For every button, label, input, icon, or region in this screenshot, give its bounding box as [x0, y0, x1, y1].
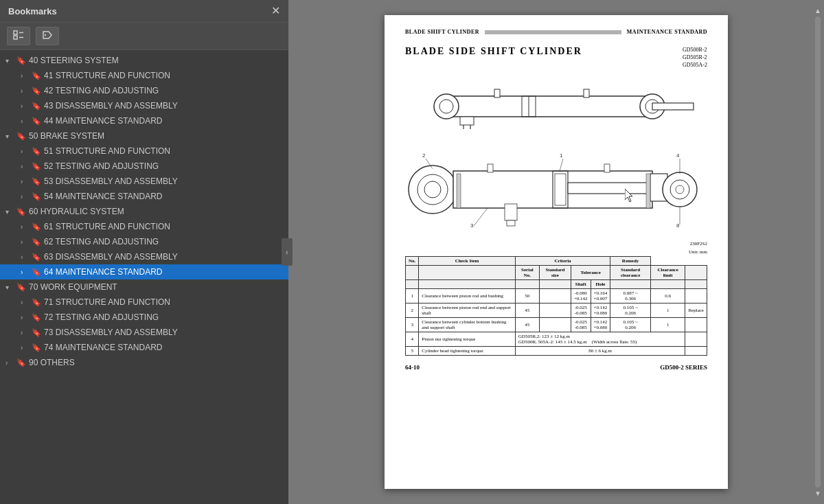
toggle-70[interactable]	[5, 284, 15, 291]
toggle-72[interactable]	[21, 314, 30, 321]
item-71[interactable]: 🔖 71 STRUCTURE AND FUNCTION	[0, 295, 288, 310]
svg-rect-16	[494, 89, 500, 98]
toggle-42[interactable]	[21, 87, 30, 95]
scrollbar-right[interactable]: ▲ ▼	[814, 7, 821, 497]
item-52-label: 52 TESTING AND ADJUSTING	[44, 161, 159, 171]
section-90[interactable]: 🔖 90 OTHERS	[0, 355, 288, 370]
toggle-62[interactable]	[21, 238, 30, 246]
title-area: BLADE SIDE SHIFT CYLINDER GD500R-2 GD505…	[405, 46, 707, 69]
toggle-73[interactable]	[21, 329, 30, 336]
close-button[interactable]: ✕	[271, 5, 280, 16]
cylinder-bottom-svg: 2 1 4 3 8	[405, 145, 707, 233]
cell-cllimit-2: 1	[650, 303, 685, 317]
toggle-63[interactable]	[21, 253, 30, 261]
cylinder-top-svg	[405, 82, 707, 130]
table-row: 2 Clearance between piston rod end and s…	[406, 303, 707, 317]
bookmark-icon-74: 🔖	[32, 343, 41, 352]
col-criteria: Criteria	[515, 256, 610, 265]
bookmark-icon-71: 🔖	[32, 298, 41, 307]
table-row: 1 Clearance between piston rod and bushi…	[406, 288, 707, 303]
item-43[interactable]: 🔖 43 DISASSEMBLY AND ASSEMBLY	[0, 98, 288, 113]
bookmarks-header: Bookmarks ✕	[0, 0, 288, 23]
svg-rect-31	[457, 174, 461, 208]
col-tolerance: Tolerance	[571, 265, 610, 279]
col-stdsize3	[539, 279, 571, 288]
item-51[interactable]: 🔖 51 STRUCTURE AND FUNCTION	[0, 144, 288, 159]
bookmark-icon-52: 🔖	[32, 162, 41, 171]
bookmark-icon-62: 🔖	[32, 238, 41, 247]
item-54[interactable]: 🔖 54 MAINTENANCE STANDARD	[0, 189, 288, 204]
section-50[interactable]: 🔖 50 BRAKE SYSTEM	[0, 128, 288, 144]
svg-point-26	[663, 172, 697, 207]
bookmark-icon-44: 🔖	[32, 117, 41, 126]
item-53[interactable]: 🔖 53 DISASSEMBLY AND ASSEMBLY	[0, 174, 288, 189]
toggle-52[interactable]	[21, 163, 30, 170]
maintenance-table: No. Check Item Criteria Remedy Serial No…	[405, 256, 707, 356]
section-40-label: 40 STEERING SYSTEM	[29, 56, 119, 65]
col-remedy3	[685, 279, 707, 288]
toggle-51[interactable]	[21, 148, 30, 155]
item-73[interactable]: 🔖 73 DISASSEMBLY AND ASSEMBLY	[0, 325, 288, 340]
toggle-90[interactable]	[5, 359, 15, 367]
scroll-down-button[interactable]: ▼	[814, 490, 821, 497]
item-44[interactable]: 🔖 44 MAINTENANCE STANDARD	[0, 113, 288, 128]
item-72[interactable]: 🔖 72 TESTING AND ADJUSTING	[0, 310, 288, 325]
col-no2	[406, 265, 419, 279]
scroll-up-button[interactable]: ▲	[814, 7, 821, 14]
toggle-54[interactable]	[21, 193, 30, 201]
toggle-50[interactable]	[5, 133, 15, 140]
col-item3	[419, 279, 516, 288]
section-40[interactable]: 🔖 40 STEERING SYSTEM	[0, 53, 288, 68]
col-item: Check Item	[419, 256, 516, 265]
svg-point-18	[409, 165, 457, 214]
item-74[interactable]: 🔖 74 MAINTENANCE STANDARD	[0, 340, 288, 355]
cell-stdcl-1: 0.087 ~0.306	[610, 288, 651, 303]
svg-rect-13	[460, 117, 474, 125]
cell-no-4: 4	[406, 332, 419, 346]
pdf-header-right: MAINTENANCE STANDARD	[627, 29, 707, 35]
toggle-61[interactable]	[21, 223, 30, 231]
col-cllimit3	[650, 279, 685, 288]
bookmark-icon-61: 🔖	[32, 222, 41, 231]
bookmark-icon-90: 🔖	[16, 358, 26, 367]
toggle-74[interactable]	[21, 344, 30, 352]
tag-button[interactable]	[36, 27, 59, 45]
cell-shaft-2: -0.025-0.085	[571, 303, 591, 317]
cylinder-top-diagram	[405, 79, 707, 134]
col-shaft: Shaft	[571, 279, 591, 288]
item-62-label: 62 TESTING AND ADJUSTING	[44, 237, 159, 247]
tree-container[interactable]: 🔖 40 STEERING SYSTEM 🔖 41 STRUCTURE AND …	[0, 50, 288, 504]
item-62[interactable]: 🔖 62 TESTING AND ADJUSTING	[0, 234, 288, 249]
collapse-handle[interactable]: ‹	[282, 238, 293, 266]
pdf-viewer[interactable]: BLADE SHIFT CYLINDER MAINTENANCE STANDAR…	[288, 0, 824, 504]
svg-rect-10	[652, 103, 694, 110]
col-hole: Hole	[591, 279, 610, 288]
item-42[interactable]: 🔖 42 TESTING AND ADJUSTING	[0, 83, 288, 98]
cell-hole-1: +0.164+0.007	[591, 288, 610, 303]
toggle-41[interactable]	[21, 72, 30, 80]
cylinder-bottom-diagram: 2 1 4 3 8	[405, 145, 707, 234]
bookmark-icon-60: 🔖	[16, 207, 26, 216]
svg-line-41	[474, 208, 488, 226]
toggle-43[interactable]	[21, 102, 30, 110]
toggle-71[interactable]	[21, 299, 30, 306]
toggle-60[interactable]	[5, 208, 15, 216]
toggle-64[interactable]	[21, 268, 30, 276]
cell-cllimit-3: 1	[650, 317, 685, 332]
svg-text:1: 1	[560, 152, 563, 159]
expand-button[interactable]	[7, 27, 30, 45]
item-64[interactable]: 🔖 64 MAINTENANCE STANDARD	[0, 264, 288, 279]
section-70[interactable]: 🔖 70 WORK EQUIPMENT	[0, 279, 288, 295]
item-54-label: 54 MAINTENANCE STANDARD	[44, 192, 162, 201]
toggle-44[interactable]	[21, 117, 30, 125]
cell-no-3: 3	[406, 317, 419, 332]
toggle-40[interactable]	[5, 57, 15, 65]
item-52[interactable]: 🔖 52 TESTING AND ADJUSTING	[0, 159, 288, 174]
item-41[interactable]: 🔖 41 STRUCTURE AND FUNCTION	[0, 68, 288, 83]
scroll-thumb[interactable]	[815, 16, 821, 488]
item-63[interactable]: 🔖 63 DISASSEMBLY AND ASSEMBLY	[0, 249, 288, 264]
toggle-53[interactable]	[21, 178, 30, 185]
section-60[interactable]: 🔖 60 HYDRAULIC SYSTEM	[0, 204, 288, 219]
col-item2	[419, 265, 516, 279]
item-61[interactable]: 🔖 61 STRUCTURE AND FUNCTION	[0, 219, 288, 234]
